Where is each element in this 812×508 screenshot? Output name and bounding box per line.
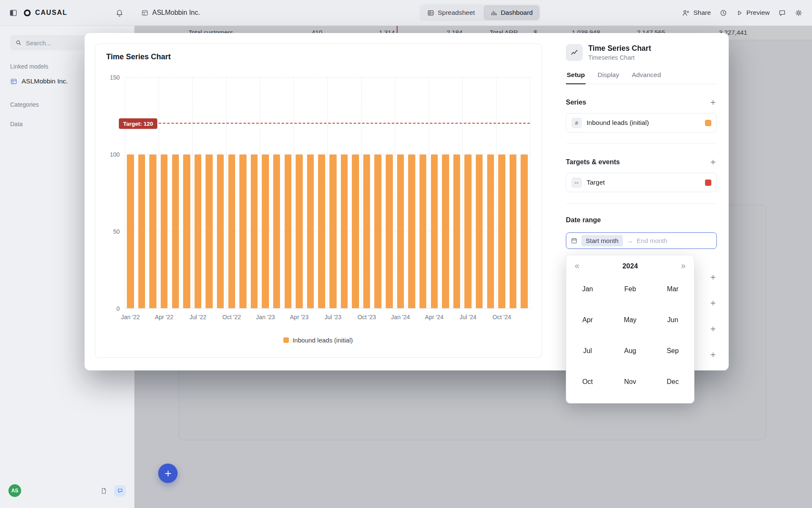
causal-logo[interactable]: CAUSAL	[23, 9, 67, 17]
year-label: 2024	[623, 262, 638, 270]
linked-model-name: ASLMobbin Inc.	[22, 77, 68, 85]
tab-dashboard[interactable]: Dashboard	[484, 6, 539, 20]
month-option-apr[interactable]: Apr	[566, 304, 609, 335]
x-axis: Jan '22Apr '22Jul '22Oct '22Jan '23Apr '…	[125, 314, 530, 322]
user-avatar[interactable]: AS	[8, 484, 21, 497]
plot-area: Target: 120	[125, 77, 530, 309]
tab-advanced[interactable]: Advanced	[631, 71, 662, 84]
support-chat-icon[interactable]	[114, 485, 126, 497]
tab-spreadsheet[interactable]: Spreadsheet	[421, 6, 481, 20]
month-option-sep[interactable]: Sep	[651, 335, 694, 366]
chart-legend: Inbound leads (initial)	[106, 337, 530, 344]
causal-logo-icon	[23, 9, 31, 17]
preview-label: Preview	[746, 9, 770, 17]
end-month-field[interactable]: End month	[637, 237, 668, 244]
section-add-button[interactable]	[709, 273, 717, 281]
month-option-jan[interactable]: Jan	[566, 273, 609, 304]
bar	[239, 155, 246, 308]
bar	[420, 155, 426, 308]
search-icon	[15, 39, 22, 46]
x-tick-label: Jul '24	[460, 314, 477, 320]
bar	[510, 155, 516, 308]
month-option-nov[interactable]: Nov	[609, 366, 652, 397]
month-option-aug[interactable]: Aug	[609, 335, 652, 366]
next-year-button[interactable]	[680, 262, 687, 270]
preview-button[interactable]: Preview	[736, 9, 770, 17]
docs-icon[interactable]	[100, 487, 107, 494]
targets-section-title: Targets & events	[566, 158, 620, 166]
share-button[interactable]: Share	[682, 9, 710, 17]
month-option-jul[interactable]: Jul	[566, 335, 609, 366]
chart-editor-modal: Time Series Chart 050100150 Target: 120 …	[85, 33, 729, 370]
bar	[195, 155, 201, 308]
x-tick-label: Oct '24	[493, 314, 511, 320]
panel-title: Time Series Chart	[588, 44, 651, 53]
bar	[127, 155, 134, 308]
bar	[307, 155, 314, 308]
month-option-mar[interactable]: Mar	[651, 273, 694, 304]
month-option-jun[interactable]: Jun	[651, 304, 694, 335]
bar	[251, 155, 258, 308]
history-icon[interactable]	[719, 9, 727, 17]
comments-icon[interactable]	[778, 9, 786, 17]
tab-display[interactable]: Display	[597, 71, 620, 84]
settings-gear-icon[interactable]	[795, 9, 803, 17]
sidebar-toggle-button[interactable]	[9, 9, 17, 17]
view-switcher: Spreadsheet Dashboard	[420, 4, 540, 21]
series-section-title: Series	[566, 99, 586, 106]
bar	[476, 155, 483, 308]
month-option-may[interactable]: May	[609, 304, 652, 335]
start-month-field[interactable]: Start month	[582, 235, 623, 246]
month-option-dec[interactable]: Dec	[651, 366, 694, 397]
target-row[interactable]: -- Target	[566, 173, 717, 192]
bar	[453, 155, 460, 308]
legend-swatch	[283, 337, 289, 343]
bar	[374, 155, 381, 308]
chart-config-panel: Time Series Chart Timeseries Chart Setup…	[554, 33, 729, 370]
legend-label: Inbound leads (initial)	[293, 337, 353, 344]
date-range-input[interactable]: Start month → End month	[566, 232, 717, 249]
month-option-feb[interactable]: Feb	[609, 273, 652, 304]
dashboard-icon	[490, 9, 497, 17]
x-tick-label: Apr '24	[425, 314, 444, 320]
prev-year-button[interactable]	[573, 262, 581, 270]
add-element-fab[interactable]	[158, 464, 178, 483]
section-add-button[interactable]	[709, 351, 717, 359]
target-type-icon: --	[571, 177, 582, 188]
series-row[interactable]: # Inbound leads (initial)	[566, 113, 717, 133]
tab-setup[interactable]: Setup	[566, 71, 586, 84]
divider	[566, 203, 717, 204]
bar	[161, 155, 167, 308]
bar	[521, 155, 527, 308]
chart-title: Time Series Chart	[106, 52, 530, 61]
series-swatch[interactable]	[705, 120, 711, 126]
share-label: Share	[693, 9, 710, 17]
month-grid: JanFebMarAprMayJunJulAugSepOctNovDec	[566, 273, 694, 397]
add-target-button[interactable]	[709, 158, 717, 166]
bar	[228, 155, 235, 308]
bar	[464, 155, 471, 308]
y-tick-label: 100	[110, 151, 120, 158]
target-line	[125, 123, 530, 124]
bar	[352, 155, 359, 308]
play-icon	[736, 9, 743, 17]
model-icon	[141, 9, 148, 17]
y-tick-label: 150	[110, 74, 120, 81]
month-picker-popup: 2024 JanFebMarAprMayJunJulAugSepOctNovDe…	[566, 255, 694, 403]
notifications-bell-icon[interactable]	[115, 9, 123, 17]
target-swatch[interactable]	[705, 179, 711, 186]
bar	[386, 155, 392, 308]
section-add-button[interactable]	[709, 299, 717, 307]
section-add-button[interactable]	[709, 325, 717, 333]
x-tick-label: Jan '23	[256, 314, 275, 320]
timeseries-chart-icon	[566, 44, 583, 61]
bar	[498, 155, 505, 308]
add-series-button[interactable]	[709, 99, 717, 106]
x-tick-label: Jan '22	[121, 314, 140, 320]
panel-subtitle: Timeseries Chart	[588, 54, 651, 61]
bar	[341, 155, 348, 308]
bar	[329, 155, 336, 308]
bar	[217, 155, 224, 308]
bar	[397, 155, 404, 308]
month-option-oct[interactable]: Oct	[566, 366, 609, 397]
